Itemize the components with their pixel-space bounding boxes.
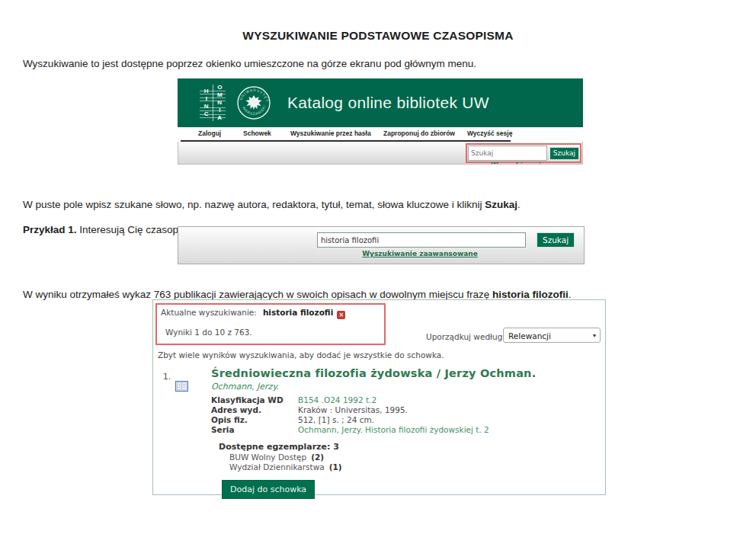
location-count: (1) (329, 462, 342, 472)
add-to-clipboard-button[interactable]: Dodaj do schowka (222, 480, 315, 499)
remove-search-term-icon[interactable]: × (337, 311, 345, 319)
menu-item-zaproponuj-do-zbiorow[interactable]: Zaproponuj do zbiorów (383, 130, 455, 137)
search-box-screenshot: Szukaj Wyszukiwanie zaawansowane (178, 226, 585, 264)
results-paragraph: W wyniku otrzymałeś wykaz 763 publikacji… (23, 289, 572, 300)
field-row: Klasyfikacja WD B154 .O24 1992 t.2 (211, 395, 600, 405)
catalog-brand-title: Katalog online bibliotek UW (287, 94, 489, 112)
field-value: Kraków : Universitas, 1995. (298, 405, 408, 415)
search-button-filled[interactable]: Szukaj (537, 232, 575, 248)
p3-bold-przyklad: Przykład 1. (23, 224, 77, 235)
p2-text: W puste pole wpisz szukane słowo, np. na… (23, 199, 485, 210)
location-row: BUW Wolny Dostęp(2) (229, 452, 600, 462)
p2-period: . (517, 199, 521, 210)
uw-eagle-logo-icon: UNIWERSYTET WARSZAWSKI (235, 85, 272, 121)
advanced-search-link-cropped[interactable]: Wyszukiwanie zaawansowane (491, 161, 582, 165)
chevron-down-icon: ▾ (593, 328, 596, 344)
page-title: WYSZUKIWANIE PODSTAWOWE CZASOPISMA (0, 29, 756, 43)
available-copies-line: Dostępne egzemplarze: 3 (219, 442, 600, 452)
field-value: B154 .O24 1992 t.2 (298, 395, 376, 405)
intro-paragraph: Wyszukiwanie to jest dostępne poprzez ok… (23, 58, 476, 69)
advanced-search-link[interactable]: Wyszukiwanie zaawansowane (317, 250, 523, 257)
current-search-label: Aktualne wyszukiwanie: (161, 308, 257, 317)
p4-period: . (569, 289, 572, 300)
field-row: Seria Ochmann, Jerzy. Historia filozofii… (211, 425, 600, 435)
search-input[interactable] (468, 145, 547, 161)
current-search-term: historia filozofii (263, 308, 333, 317)
field-value: 512, [1] s. ; 24 cm. (298, 415, 374, 425)
search-highlight-red-box: Szukaj (466, 143, 581, 163)
catalog-header-screenshot: HINC OMNIA UNIWERSYTET WARSZAWSKI Katalo… (178, 78, 583, 165)
menu-item-wyszukiwanie-przez-hasla[interactable]: Wyszukiwanie przez hasła (290, 130, 371, 137)
field-label: Adres wyd. (211, 405, 298, 415)
result-author-link[interactable]: Ochmann, Jerzy. (211, 382, 600, 392)
field-label: Seria (211, 425, 298, 435)
instruction-paragraph: W puste pole wpisz szukane słowo, np. na… (23, 199, 521, 210)
current-search-line: Aktualne wyszukiwanie:historia filozofii… (161, 308, 345, 319)
location-name: BUW Wolny Dostęp (229, 452, 306, 462)
results-count-line: Wyniki 1 do 10 z 763. (165, 328, 252, 337)
book-icon (175, 381, 188, 392)
result-item: Średniowieczna filozofia żydowska / Jerz… (211, 367, 600, 499)
search-button[interactable]: Szukaj (549, 147, 579, 160)
field-label: Opis fiz. (211, 415, 298, 425)
logo-text-hinc: HINC (200, 85, 213, 121)
sort-by-select[interactable]: Relewancji ▾ (503, 328, 601, 343)
logo-text-omnia: OMNIA (213, 85, 226, 121)
location-name: Wydział Dziennikarstwa (229, 462, 325, 472)
result-title-link[interactable]: Średniowieczna filozofia żydowska / Jerz… (211, 367, 600, 379)
sort-by-label: Uporządkuj według (426, 332, 502, 341)
too-many-results-note: Zbyt wiele wyników wyszukiwania, aby dod… (158, 350, 444, 360)
buw-hinc-omnia-logo-icon: HINC OMNIA (200, 85, 226, 121)
menu-item-wyczysc-sesje[interactable]: Wyczyść sesję (467, 130, 512, 137)
sort-by-selected-value: Relewancji (508, 331, 551, 341)
field-row: Opis fiz. 512, [1] s. ; 24 cm. (211, 415, 600, 425)
search-input-filled[interactable] (317, 232, 526, 248)
catalog-green-banner: HINC OMNIA UNIWERSYTET WARSZAWSKI Katalo… (178, 78, 583, 127)
field-value: Ochmann, Jerzy. Historia filozofii żydow… (298, 425, 489, 435)
field-label: Klasyfikacja WD (211, 395, 298, 405)
result-index: 1. (163, 372, 171, 381)
p2-bold-szukaj: Szukaj (485, 199, 517, 210)
p4-bold-term: historia filozofii (492, 289, 569, 300)
catalog-menu-bar: Zaloguj Schowek Wyszukiwanie przez hasła… (178, 127, 583, 142)
p4-text: W wyniku otrzymałeś wykaz 763 publikacji… (23, 289, 492, 300)
catalog-search-row: Szukaj Wyszukiwanie zaawansowane (178, 142, 583, 165)
menu-item-zaloguj[interactable]: Zaloguj (198, 130, 221, 137)
results-panel-screenshot: Aktualne wyszukiwanie:historia filozofii… (152, 299, 606, 495)
location-row: Wydział Dziennikarstwa(1) (229, 462, 600, 472)
menu-item-schowek[interactable]: Schowek (243, 130, 271, 137)
eagle-shape (246, 95, 262, 110)
location-count: (2) (311, 452, 324, 462)
result-fields: Klasyfikacja WD B154 .O24 1992 t.2 Adres… (211, 395, 600, 435)
field-row: Adres wyd. Kraków : Universitas, 1995. (211, 405, 600, 415)
